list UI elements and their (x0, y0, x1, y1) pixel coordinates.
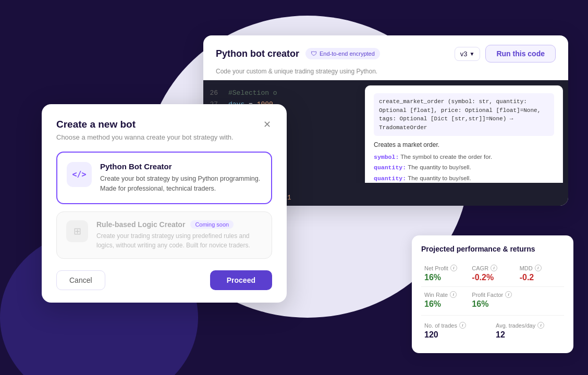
info-icon-profit-factor[interactable]: i (505, 291, 512, 298)
divider (421, 315, 564, 316)
perf-value-avg-trades: 12 (496, 330, 561, 340)
perf-value-trades: 120 (424, 330, 489, 340)
perf-label-mdd: MDD i (520, 265, 561, 271)
perf-cell-profit-factor: Profit Factor i 16% (469, 287, 516, 313)
info-icon-mdd[interactable]: i (535, 265, 542, 271)
python-panel-header: Python bot creator 🛡 End-to-end encrypte… (203, 35, 568, 68)
perf-value-mdd: -0.2 (520, 273, 561, 282)
perf-label-cagr: CAGR i (472, 265, 513, 271)
encrypted-badge: 🛡 End-to-end encrypted (305, 48, 380, 59)
modal-header: Create a new bot ✕ (56, 119, 272, 130)
perf-value-net-profit: 16% (424, 273, 466, 282)
tooltip-popup: create_market_order (symbol: str, quanti… (365, 85, 563, 183)
python-bot-card[interactable]: </> Python Bot Creator Create your bot s… (56, 152, 272, 204)
perf-label-net-profit: Net Profit i (424, 265, 466, 271)
tooltip-param-1: symbol: The symbol to create the order f… (374, 153, 554, 161)
info-icon-cagr[interactable]: i (491, 265, 497, 271)
perf-label-profit-factor: Profit Factor i (472, 291, 513, 298)
python-bot-description: Create your bot strategy by using Python… (100, 174, 262, 194)
create-bot-modal: Create a new bot ✕ Choose a method you w… (42, 104, 287, 303)
perf-label-avg-trades: Avg. trades/day i (496, 322, 561, 329)
chevron-down-icon: ▼ (470, 51, 475, 57)
perf-value-profit-factor: 16% (472, 299, 513, 309)
perf-cell-trades: No. of trades i 120 (421, 318, 493, 344)
python-panel-subtitle: Code your custom & unique trading strate… (203, 68, 568, 80)
info-icon-net-profit[interactable]: i (450, 265, 457, 271)
perf-label-trades: No. of trades i (424, 322, 489, 329)
python-panel-title: Python bot creator (216, 48, 299, 59)
rule-bot-title: Rule-based Logic Creator Coming soon (96, 220, 262, 229)
perf-value-win-rate: 16% (424, 299, 466, 309)
modal-subtitle: Choose a method you wanna create your bo… (56, 133, 272, 141)
perf-value-cagr: -0.2% (472, 273, 513, 282)
info-icon-avg-trades[interactable]: i (537, 322, 544, 329)
perf-cell-mdd: MDD i -0.2 (517, 260, 564, 287)
tooltip-description: Creates a market order. (374, 141, 554, 148)
rule-bot-content: Rule-based Logic Creator Coming soon Cre… (96, 220, 262, 250)
grid-icon: ⊞ (74, 226, 81, 237)
performance-grid-top: Net Profit i 16% CAGR i -0.2% MDD i -0.2… (421, 260, 564, 313)
cancel-button[interactable]: Cancel (56, 270, 105, 290)
rule-bot-card: ⊞ Rule-based Logic Creator Coming soon C… (56, 211, 272, 259)
performance-grid-bottom: No. of trades i 120 Avg. trades/day i 12 (421, 318, 564, 344)
modal-actions: Cancel Proceed (56, 270, 272, 290)
header-right: v3 ▼ Run this code (455, 45, 556, 63)
performance-title: Projected performance & returns (421, 245, 564, 253)
rule-bot-description: Create your trading strategy using prede… (96, 231, 262, 250)
perf-cell-cagr: CAGR i -0.2% (469, 260, 516, 287)
performance-panel: Projected performance & returns Net Prof… (412, 235, 573, 353)
python-bot-icon: </> (67, 162, 92, 187)
proceed-button[interactable]: Proceed (210, 270, 272, 290)
shield-icon: 🛡 (311, 50, 317, 57)
version-text: v3 (460, 50, 468, 58)
coming-soon-badge: Coming soon (190, 220, 234, 229)
modal-title: Create a new bot (56, 119, 136, 130)
tooltip-param-2: quantity: The quantity to buy/sell. (374, 163, 554, 172)
tooltip-param-3: quantity: The quantity to buy/sell. (374, 174, 554, 183)
encrypted-label: End-to-end encrypted (320, 51, 375, 57)
python-bot-content: Python Bot Creator Create your bot strat… (100, 162, 262, 194)
tooltip-signature: create_market_order (symbol: str, quanti… (374, 93, 554, 136)
perf-cell-win-rate: Win Rate i 16% (421, 287, 469, 313)
close-button[interactable]: ✕ (262, 119, 272, 130)
run-code-button[interactable]: Run this code (485, 45, 556, 63)
python-bot-title: Python Bot Creator (100, 162, 262, 171)
perf-label-win-rate: Win Rate i (424, 291, 466, 298)
rule-bot-icon: ⊞ (66, 220, 88, 242)
info-icon-trades[interactable]: i (459, 322, 466, 329)
info-icon-win-rate[interactable]: i (450, 291, 457, 298)
perf-cell-avg-trades: Avg. trades/day i 12 (493, 318, 564, 344)
code-icon: </> (72, 170, 86, 179)
perf-cell-net-profit: Net Profit i 16% (421, 260, 469, 287)
version-selector[interactable]: v3 ▼ (455, 47, 481, 61)
